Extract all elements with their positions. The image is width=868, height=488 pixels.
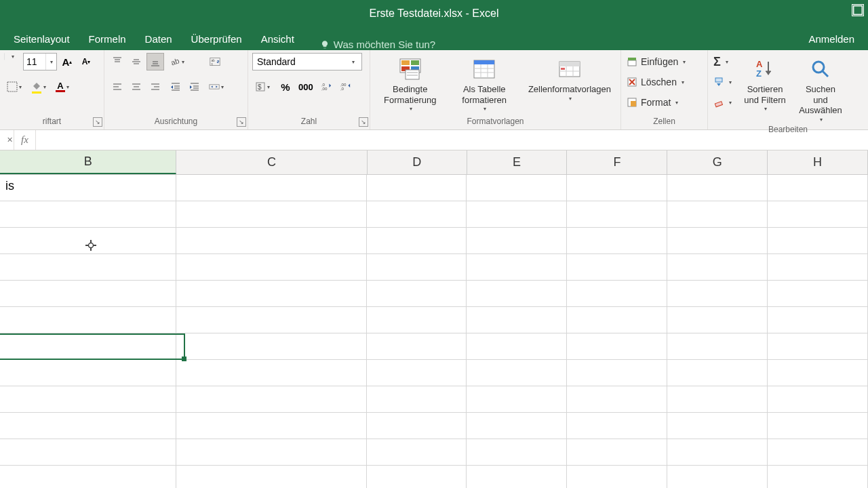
cell[interactable] bbox=[768, 175, 868, 201]
align-bottom-button[interactable] bbox=[146, 53, 164, 70]
lightbulb-icon bbox=[320, 40, 330, 49]
insert-cells-button[interactable]: Einfügen▾ bbox=[625, 53, 690, 70]
ribbon-tabs: Seitenlayout Formeln Daten Überprüfen An… bbox=[0, 27, 868, 50]
orientation-button[interactable]: ab▾ bbox=[167, 53, 190, 70]
cell[interactable] bbox=[367, 175, 467, 201]
column-header-F[interactable]: F bbox=[567, 150, 667, 174]
tab-ueberpruefen[interactable]: Überprüfen bbox=[182, 28, 252, 50]
column-headers: B C D E F G H bbox=[0, 150, 868, 175]
merge-center-button[interactable]: ▾ bbox=[206, 78, 229, 96]
format-icon bbox=[627, 97, 637, 108]
ribbon: ▾ ▾ A▴ A▾ ▾ bbox=[0, 50, 868, 130]
table-row bbox=[0, 228, 868, 254]
svg-rect-61 bbox=[559, 62, 580, 66]
cancel-formula-button[interactable]: ✕ bbox=[0, 130, 14, 150]
tellme-search[interactable]: Was möchten Sie tun? bbox=[320, 39, 435, 50]
svg-text:c: c bbox=[211, 62, 213, 66]
column-header-G[interactable]: G bbox=[667, 150, 768, 174]
cell[interactable] bbox=[667, 175, 768, 201]
column-header-C[interactable]: C bbox=[176, 150, 367, 174]
fx-button[interactable]: fx bbox=[14, 130, 36, 150]
group-number: Standard ▾ $▾ % 000 ,0,00 ,00,0 Zahl ↘ bbox=[248, 50, 370, 129]
svg-text:,0: ,0 bbox=[340, 86, 344, 91]
fill-color-button[interactable]: ▾ bbox=[28, 78, 52, 96]
spreadsheet-grid[interactable]: B C D E F G H is bbox=[0, 150, 868, 488]
svg-text:,00: ,00 bbox=[321, 86, 328, 91]
column-header-D[interactable]: D bbox=[368, 150, 467, 174]
alignment-dialog-launcher[interactable]: ↘ bbox=[237, 117, 246, 127]
svg-marker-74 bbox=[717, 83, 721, 86]
column-header-H[interactable]: H bbox=[768, 150, 868, 174]
login-link[interactable]: Anmelden bbox=[799, 28, 864, 50]
sort-filter-button[interactable]: AZ Sortieren und Filtern▾ bbox=[738, 53, 791, 123]
align-top-button[interactable] bbox=[108, 53, 126, 70]
comma-format-button[interactable]: 000 bbox=[296, 78, 316, 96]
font-dialog-launcher[interactable]: ↘ bbox=[93, 117, 102, 127]
svg-marker-36 bbox=[211, 85, 212, 87]
font-name-dropdown[interactable]: ▾ bbox=[4, 53, 22, 60]
number-format-value: Standard bbox=[257, 56, 296, 67]
svg-rect-1 bbox=[7, 82, 17, 92]
find-select-button[interactable]: Suchen und Auswählen▾ bbox=[794, 53, 847, 123]
autosum-button[interactable]: Σ▾ bbox=[712, 53, 736, 70]
font-color-button[interactable]: A ▾ bbox=[53, 78, 75, 96]
align-right-button[interactable] bbox=[146, 78, 164, 96]
accounting-format-button[interactable]: $▾ bbox=[252, 78, 275, 96]
tellme-placeholder: Was möchten Sie tun? bbox=[334, 39, 435, 50]
svg-rect-75 bbox=[715, 102, 722, 107]
cell-styles-button[interactable]: Zellenformatvorlagen▾ bbox=[523, 53, 616, 115]
svg-rect-67 bbox=[628, 58, 636, 60]
align-left-button[interactable] bbox=[108, 78, 126, 96]
font-size-input[interactable] bbox=[24, 56, 44, 67]
cell[interactable] bbox=[567, 175, 667, 201]
group-label-styles: Formatvorlagen bbox=[374, 115, 616, 129]
svg-text:ab: ab bbox=[170, 56, 180, 66]
cell[interactable] bbox=[176, 175, 367, 201]
wrap-text-button[interactable]: abc bbox=[206, 53, 224, 70]
font-size-box[interactable]: ▾ bbox=[23, 53, 57, 70]
restore-button[interactable] bbox=[852, 4, 864, 16]
svg-rect-35 bbox=[210, 85, 219, 89]
table-row bbox=[0, 439, 868, 466]
svg-rect-51 bbox=[406, 70, 419, 79]
decrease-font-button[interactable]: A▾ bbox=[77, 53, 95, 70]
svg-rect-65 bbox=[561, 68, 565, 70]
window-title: Erste Testdatei.xlsx - Excel bbox=[370, 7, 499, 20]
table-row bbox=[0, 413, 868, 439]
format-cells-button[interactable]: Format▾ bbox=[625, 94, 690, 111]
format-as-table-button[interactable]: Als Tabelle formatieren▾ bbox=[449, 53, 520, 115]
increase-decimal-button[interactable]: ,0,00 bbox=[317, 78, 335, 96]
number-dialog-launcher[interactable]: ↘ bbox=[359, 117, 368, 127]
cell-styles-label: Zellenformatvorlagen bbox=[528, 84, 611, 95]
fill-button[interactable]: ▾ bbox=[712, 73, 736, 91]
group-cells: Einfügen▾ Löschen▾ Format▾ Zellen bbox=[621, 50, 708, 129]
svg-rect-0 bbox=[854, 6, 863, 15]
svg-rect-66 bbox=[628, 60, 636, 66]
increase-font-button[interactable]: A▴ bbox=[58, 53, 76, 70]
delete-cells-button[interactable]: Löschen▾ bbox=[625, 73, 690, 91]
tab-ansicht[interactable]: Ansicht bbox=[252, 28, 304, 50]
align-middle-button[interactable] bbox=[127, 53, 145, 70]
column-header-B[interactable]: B bbox=[0, 150, 176, 174]
tab-formeln[interactable]: Formeln bbox=[79, 28, 136, 50]
number-format-dropdown[interactable]: Standard ▾ bbox=[252, 53, 362, 70]
decrease-indent-button[interactable] bbox=[167, 78, 184, 96]
table-row bbox=[0, 254, 868, 281]
cell[interactable] bbox=[467, 175, 567, 201]
cell[interactable]: is bbox=[0, 175, 176, 201]
eraser-icon bbox=[713, 97, 724, 108]
cells-area[interactable]: is bbox=[0, 175, 868, 488]
conditional-formatting-button[interactable]: Bedingte Formatierung▾ bbox=[374, 53, 446, 115]
tab-seitenlayout[interactable]: Seitenlayout bbox=[4, 28, 79, 50]
increase-indent-button[interactable] bbox=[186, 78, 203, 96]
clear-button[interactable]: ▾ bbox=[712, 94, 736, 111]
group-label-number: Zahl bbox=[252, 115, 366, 129]
align-center-button[interactable] bbox=[127, 78, 145, 96]
tab-daten[interactable]: Daten bbox=[136, 28, 182, 50]
format-as-table-label: Als Tabelle formatieren bbox=[454, 84, 515, 105]
column-header-E[interactable]: E bbox=[467, 150, 568, 174]
borders-button[interactable]: ▾ bbox=[4, 78, 27, 96]
fill-down-icon bbox=[713, 77, 724, 87]
decrease-decimal-button[interactable]: ,00,0 bbox=[336, 78, 354, 96]
percent-format-button[interactable]: % bbox=[277, 78, 294, 96]
